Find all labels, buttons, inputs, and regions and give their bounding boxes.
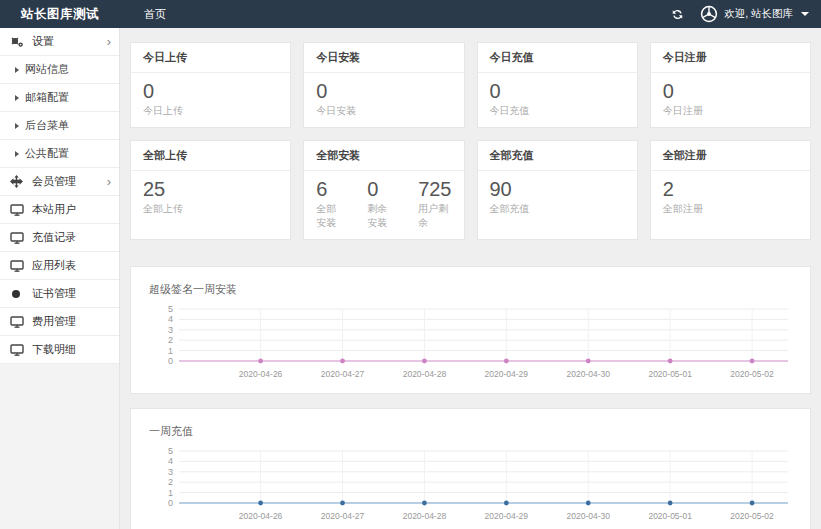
- user-menu[interactable]: 欢迎, 站长图库: [700, 5, 809, 23]
- line-chart: 5432102020-04-262020-04-272020-04-282020…: [145, 447, 796, 525]
- stat-value: 0: [367, 178, 392, 201]
- stat-value: 0: [143, 80, 183, 103]
- stat: 0 剩余安装: [367, 178, 392, 230]
- chart-panel-1: 一周充值 5432102020-04-262020-04-272020-04-2…: [130, 408, 811, 529]
- stat-card-5: 全部安装 6 全部安装 0 剩余安装 725 用户剩余: [303, 140, 464, 240]
- refresh-icon[interactable]: [671, 8, 684, 21]
- sidebar-subitem-0-3[interactable]: 公共配置: [0, 140, 119, 168]
- stat-card-3: 今日注册 0 今日注册: [650, 42, 811, 128]
- desktop-icon: [10, 344, 27, 356]
- stat-cards-grid: 今日上传 0 今日上传 今日安装 0 今日安装 今日充值 0 今日充值 今日注册…: [130, 42, 811, 240]
- stat-value: 0: [316, 80, 356, 103]
- svg-text:2020-04-26: 2020-04-26: [239, 511, 283, 521]
- stat-label: 剩余安装: [367, 202, 392, 230]
- svg-text:1: 1: [168, 488, 173, 498]
- stat-value: 90: [490, 178, 530, 201]
- svg-text:2020-04-28: 2020-04-28: [403, 369, 447, 379]
- sidebar-item-5[interactable]: 证书管理 ›: [0, 280, 119, 308]
- main-content: 今日上传 0 今日上传 今日安装 0 今日安装 今日充值 0 今日充值 今日注册…: [120, 28, 821, 529]
- stat-value: 25: [143, 178, 183, 201]
- svg-text:2020-05-01: 2020-05-01: [648, 511, 692, 521]
- nav-home-tab[interactable]: 首页: [136, 0, 174, 28]
- sidebar-subitem-0-2[interactable]: 后台菜单: [0, 112, 119, 140]
- sidebar-item-6[interactable]: 费用管理 ›: [0, 308, 119, 336]
- stat-card-title: 今日上传: [131, 43, 290, 73]
- gears-icon: [10, 36, 27, 48]
- app-root: 站长图库测试 首页 欢迎, 站长图库 设: [0, 0, 821, 529]
- sidebar-item-4[interactable]: 应用列表 ›: [0, 252, 119, 280]
- stat-value: 6: [316, 178, 341, 201]
- stat-card-body: 0 今日上传: [131, 73, 290, 127]
- chevron-right-icon: ›: [107, 175, 111, 188]
- circle-icon: [10, 288, 27, 300]
- svg-text:4: 4: [168, 314, 173, 324]
- sidebar-item-label: 下载明细: [32, 342, 76, 357]
- stat-card-title: 今日安装: [304, 43, 463, 73]
- svg-text:2020-04-29: 2020-04-29: [485, 511, 529, 521]
- svg-text:5: 5: [168, 305, 173, 314]
- stat-label: 今日安装: [316, 104, 356, 118]
- stat: 0 今日充值: [490, 80, 530, 118]
- sidebar-subitem-label: 网站信息: [25, 62, 69, 77]
- stat-card-2: 今日充值 0 今日充值: [477, 42, 638, 128]
- sidebar-item-0[interactable]: 设置 ›: [0, 28, 119, 56]
- stat-card-body: 0 今日注册: [651, 73, 810, 127]
- sidebar-item-1[interactable]: 会员管理 ›: [0, 168, 119, 196]
- sidebar-subitem-label: 公共配置: [25, 146, 69, 161]
- svg-text:2020-05-02: 2020-05-02: [730, 511, 774, 521]
- svg-text:2020-04-28: 2020-04-28: [403, 511, 447, 521]
- stat: 6 全部安装: [316, 178, 341, 230]
- sidebar-item-2[interactable]: 本站用户 ›: [0, 196, 119, 224]
- stat: 0 今日上传: [143, 80, 183, 118]
- svg-text:3: 3: [168, 467, 173, 477]
- desktop-icon: [10, 204, 27, 216]
- stat-label: 今日充值: [490, 104, 530, 118]
- stat-value: 725: [418, 178, 451, 201]
- desktop-icon: [10, 316, 27, 328]
- line-chart: 5432102020-04-262020-04-272020-04-282020…: [145, 305, 796, 383]
- sidebar-subitem-0-1[interactable]: 邮箱配置: [0, 84, 119, 112]
- stat-card-7: 全部注册 2 全部注册: [650, 140, 811, 240]
- sidebar-item-label: 费用管理: [32, 314, 76, 329]
- sidebar-subitem-label: 邮箱配置: [25, 90, 69, 105]
- welcome-label: 欢迎, 站长图库: [724, 7, 793, 21]
- stat-card-body: 6 全部安装 0 剩余安装 725 用户剩余: [304, 171, 463, 239]
- stat-label: 用户剩余: [418, 202, 451, 230]
- chart-panel-0: 超级签名一周安装 5432102020-04-262020-04-272020-…: [130, 266, 811, 394]
- caret-right-icon: [15, 123, 19, 129]
- caret-right-icon: [15, 67, 19, 73]
- svg-text:2: 2: [168, 335, 173, 345]
- stat: 0 今日安装: [316, 80, 356, 118]
- svg-text:4: 4: [168, 456, 173, 466]
- stat-card-title: 今日充值: [478, 43, 637, 73]
- svg-text:0: 0: [168, 498, 173, 508]
- stat-card-0: 今日上传 0 今日上传: [130, 42, 291, 128]
- stat-card-body: 90 全部充值: [478, 171, 637, 225]
- stat-label: 全部充值: [490, 202, 530, 216]
- svg-text:3: 3: [168, 325, 173, 335]
- sidebar-subitem-0-0[interactable]: 网站信息: [0, 56, 119, 84]
- stat: 25 全部上传: [143, 178, 183, 216]
- svg-text:2020-04-30: 2020-04-30: [567, 511, 611, 521]
- sidebar-item-7[interactable]: 下载明细 ›: [0, 336, 119, 364]
- svg-text:2020-04-27: 2020-04-27: [321, 369, 365, 379]
- chevron-right-icon: ›: [107, 35, 111, 48]
- caret-right-icon: [15, 95, 19, 101]
- stat: 2 全部注册: [663, 178, 703, 216]
- stat: 0 今日注册: [663, 80, 703, 118]
- caret-down-icon: [801, 12, 809, 16]
- desktop-icon: [10, 260, 27, 272]
- stat: 725 用户剩余: [418, 178, 451, 230]
- stat-card-title: 全部注册: [651, 141, 810, 171]
- sidebar-subitem-label: 后台菜单: [25, 118, 69, 133]
- stat-card-body: 0 今日充值: [478, 73, 637, 127]
- chart-panels: 超级签名一周安装 5432102020-04-262020-04-272020-…: [130, 266, 811, 529]
- sidebar-item-3[interactable]: 充值记录 ›: [0, 224, 119, 252]
- svg-text:2020-04-26: 2020-04-26: [239, 369, 283, 379]
- stat-card-title: 全部安装: [304, 141, 463, 171]
- sidebar-item-label: 会员管理: [32, 174, 76, 189]
- stat-value: 0: [663, 80, 703, 103]
- app-header: 站长图库测试 首页 欢迎, 站长图库: [0, 0, 821, 28]
- brand-title: 站长图库测试: [0, 6, 120, 23]
- svg-text:2: 2: [168, 477, 173, 487]
